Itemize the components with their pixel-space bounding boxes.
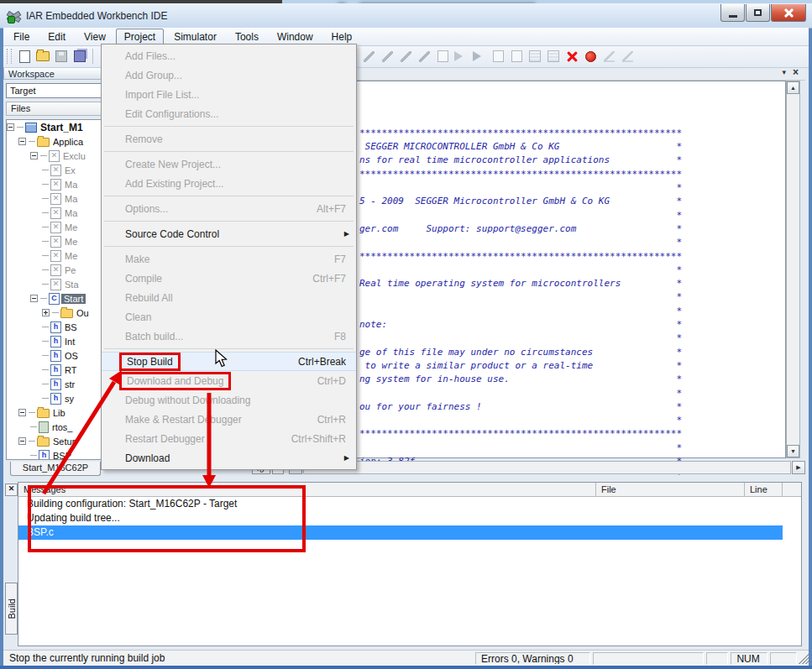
save-icon[interactable] bbox=[53, 49, 70, 64]
menu-item[interactable]: Clean bbox=[102, 307, 356, 327]
messages-column-header[interactable]: Messages bbox=[18, 483, 596, 497]
doc-arrow-right-icon[interactable] bbox=[508, 49, 525, 64]
menu-item[interactable]: Add Group... bbox=[102, 65, 356, 85]
pane-close-icon[interactable]: × bbox=[793, 68, 799, 76]
doc-settings-icon[interactable] bbox=[434, 49, 451, 64]
wand-icon-2[interactable] bbox=[379, 49, 396, 64]
menu-item[interactable]: Debug without Downloading bbox=[102, 390, 356, 410]
arrow-solid-icon[interactable] bbox=[471, 49, 488, 64]
tree-expander[interactable] bbox=[42, 309, 50, 316]
restore-button[interactable] bbox=[746, 4, 770, 22]
toolbar-grip[interactable] bbox=[7, 49, 12, 64]
tree-row[interactable]: Setup bbox=[7, 434, 114, 448]
menubar-item[interactable]: Simulator bbox=[165, 29, 225, 45]
tree-row[interactable]: Start_M1 bbox=[7, 120, 114, 134]
tree-expander[interactable] bbox=[18, 409, 26, 416]
editor-hscrollbar[interactable] bbox=[303, 461, 791, 474]
pencil-icon-1[interactable] bbox=[600, 49, 617, 64]
wand-icon-1[interactable] bbox=[360, 49, 377, 64]
menubar-item[interactable]: Window bbox=[269, 29, 322, 45]
build-tab[interactable]: Build bbox=[5, 583, 18, 635]
scroll-right-button[interactable]: ▶ bbox=[792, 461, 805, 474]
tree-row[interactable]: OS bbox=[7, 348, 114, 363]
titlebar[interactable]: IAR Embedded Workbench IDE bbox=[0, 3, 812, 29]
tree-expander[interactable] bbox=[18, 138, 26, 145]
files-column-header[interactable]: Files bbox=[6, 102, 113, 116]
open-file-icon[interactable] bbox=[34, 49, 51, 64]
tree-row[interactable]: Me bbox=[7, 234, 114, 248]
tree-row[interactable]: str bbox=[7, 377, 114, 391]
tree-row[interactable]: Me bbox=[7, 220, 114, 234]
menu-item[interactable]: Batch build... F8 bbox=[102, 327, 356, 346]
tree-row[interactable]: Sta bbox=[7, 277, 114, 291]
menu-item[interactable]: Make F7 bbox=[102, 249, 356, 269]
menu-item[interactable]: Remove bbox=[102, 129, 356, 149]
tree-row[interactable]: Exclu bbox=[7, 149, 114, 163]
menu-item[interactable]: Source Code Control ▶ bbox=[102, 224, 356, 243]
tree-row[interactable]: Ma bbox=[7, 206, 114, 220]
tree-row[interactable]: BSP bbox=[7, 448, 114, 460]
minimize-button[interactable] bbox=[720, 4, 745, 22]
save-all-icon[interactable] bbox=[71, 49, 88, 64]
tree-row[interactable]: Me bbox=[7, 248, 114, 263]
scroll-down-button[interactable]: ▼ bbox=[787, 445, 799, 457]
menu-item[interactable]: Rebuild All bbox=[102, 288, 356, 307]
menu-item[interactable]: Compile Ctrl+F7 bbox=[102, 269, 356, 288]
workspace-tab[interactable]: Start_M16C62P bbox=[10, 462, 101, 476]
tree-row[interactable]: Applica bbox=[7, 134, 114, 149]
tree-row[interactable]: Int bbox=[7, 334, 114, 348]
arrow-outline-icon[interactable] bbox=[453, 49, 469, 64]
grid-icon-1[interactable] bbox=[526, 49, 543, 64]
tree-expander[interactable] bbox=[7, 123, 14, 131]
menu-item[interactable]: Add Files... bbox=[102, 46, 356, 65]
target-config-select[interactable]: Target bbox=[6, 83, 113, 98]
doc-arrow-left-icon[interactable] bbox=[490, 49, 506, 64]
build-log-row[interactable]: Building configuration: Start_M16C62P - … bbox=[18, 497, 801, 511]
menubar-item[interactable]: Project bbox=[116, 29, 164, 45]
menubar-item[interactable]: View bbox=[76, 29, 114, 45]
tree-expander[interactable] bbox=[30, 152, 38, 159]
new-document-icon[interactable] bbox=[16, 49, 33, 64]
tree-row[interactable]: Ex bbox=[7, 163, 114, 177]
tree-row[interactable]: sy bbox=[7, 391, 114, 405]
menu-item[interactable]: Download and Debug Ctrl+D bbox=[102, 371, 356, 390]
breakpoint-red-dot-icon[interactable] bbox=[582, 49, 599, 64]
tree-row[interactable]: RT bbox=[7, 363, 114, 377]
scroll-up-button[interactable]: ▲ bbox=[787, 81, 799, 94]
tree-row[interactable]: Ou bbox=[7, 306, 114, 320]
menu-item[interactable]: Add Existing Project... bbox=[102, 174, 356, 193]
build-panel-close-icon[interactable]: ✕ bbox=[5, 483, 18, 496]
file-column-header[interactable]: File bbox=[596, 483, 745, 497]
menu-item[interactable]: Make & Restart Debugger Ctrl+R bbox=[102, 410, 356, 429]
tree-row[interactable]: Pe bbox=[7, 263, 114, 277]
stop-debug-red-x-icon[interactable] bbox=[563, 49, 580, 64]
tree-row[interactable]: Start bbox=[7, 291, 114, 306]
close-button[interactable] bbox=[771, 4, 806, 22]
menubar-item[interactable]: File bbox=[5, 29, 38, 45]
menu-item[interactable]: Restart Debugger Ctrl+Shift+R bbox=[102, 429, 356, 448]
pane-menu-icon[interactable]: ▾ bbox=[782, 68, 786, 76]
pencil-icon-2[interactable] bbox=[619, 49, 636, 64]
tree-row[interactable]: Lib bbox=[7, 405, 114, 420]
wand-icon-3[interactable] bbox=[397, 49, 414, 64]
tree-expander[interactable] bbox=[30, 295, 38, 302]
menubar-item[interactable]: Help bbox=[323, 29, 361, 45]
resize-grip[interactable] bbox=[799, 654, 809, 664]
menubar-item[interactable]: Tools bbox=[227, 29, 267, 45]
tree-row[interactable]: Ma bbox=[7, 177, 114, 191]
line-column-header[interactable]: Line bbox=[745, 483, 783, 497]
wand-icon-4[interactable] bbox=[416, 49, 432, 64]
tree-expander[interactable] bbox=[18, 437, 26, 445]
workspace-panel-title[interactable]: Workspace bbox=[3, 67, 115, 80]
menu-item[interactable]: Stop Build Ctrl+Break bbox=[102, 352, 356, 371]
grid-icon-2[interactable] bbox=[545, 49, 562, 64]
menu-item[interactable]: Import File List... bbox=[102, 85, 356, 104]
build-log-row[interactable]: BSP.c bbox=[18, 525, 783, 540]
tree-row[interactable]: Ma bbox=[7, 191, 114, 206]
menubar-item[interactable]: Edit bbox=[39, 29, 74, 45]
editor-vscrollbar[interactable]: ▲ ▼ bbox=[786, 81, 800, 458]
menu-item[interactable]: Create New Project... bbox=[102, 154, 356, 174]
menu-item[interactable]: Download ▶ bbox=[102, 448, 356, 468]
tree-row[interactable]: BS bbox=[7, 320, 114, 334]
menu-item[interactable]: Edit Configurations... bbox=[102, 104, 356, 123]
